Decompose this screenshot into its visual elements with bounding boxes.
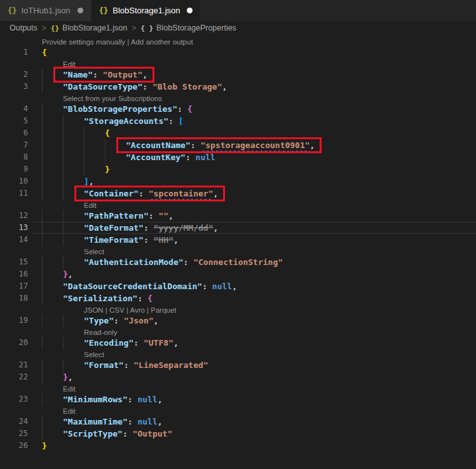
code-line-content[interactable]: "MaximumTime": null,: [33, 416, 476, 428]
indent-guide: [63, 151, 84, 163]
code-line-22: 22},: [0, 371, 476, 383]
editor-lines[interactable]: Provide settings manually | Add another …: [0, 35, 476, 452]
code-line-content[interactable]: "DataSourceType": "Blob Storage",: [33, 81, 476, 93]
token: "Serialization": [63, 294, 137, 303]
token: "HH": [154, 235, 173, 245]
token: :: [128, 395, 138, 404]
codelens-link[interactable]: Select: [84, 248, 104, 255]
codelens-row: JSON | CSV | Avro | Parquet: [0, 304, 476, 315]
breadcrumb-item-symbol[interactable]: { } BlobStorageProperties: [140, 24, 236, 32]
tab-blobstorage1-json[interactable]: {} BlobStorage1.json: [92, 0, 201, 21]
token: :: [202, 282, 212, 291]
codelens-link[interactable]: Select from your Subscriptions: [63, 95, 162, 102]
code-line-content[interactable]: "Format": "LineSeparated": [33, 359, 476, 371]
codelens-link[interactable]: Edit: [84, 201, 97, 209]
token: "Encoding": [84, 338, 133, 348]
code-line-content[interactable]: {: [33, 127, 476, 139]
gutter-spacer: [0, 383, 33, 393]
code-line-content[interactable]: "AccountKey": null: [33, 151, 476, 163]
breadcrumb-item-file[interactable]: {} BlobStorage1.json: [51, 24, 127, 32]
codelens-link[interactable]: Edit: [63, 385, 76, 393]
code-line-content[interactable]: "DataSourceCredentialDomain": null,: [33, 280, 476, 292]
gutter-spacer: [0, 246, 33, 256]
line-number: 16: [0, 268, 33, 280]
codelens-link[interactable]: Provide settings manually | Add another …: [42, 38, 193, 46]
code-line-content[interactable]: "ScriptType": "Output": [33, 428, 476, 440]
code-line-content[interactable]: ],: [33, 175, 476, 187]
token: "BlobStorageProperties": [63, 104, 177, 114]
indent-guide: [42, 210, 63, 222]
code-line-1: 1{: [0, 46, 476, 58]
indent-guide: [63, 256, 84, 268]
code-line-content[interactable]: "StorageAccounts": [: [33, 115, 476, 127]
token: "": [158, 211, 168, 221]
codelens-content: JSON | CSV | Avro | Parquet: [33, 304, 476, 315]
codelens-link[interactable]: Read-only: [84, 329, 117, 336]
codelens-row: Select: [0, 349, 476, 359]
token: ,: [68, 269, 73, 279]
token: ,: [173, 338, 179, 348]
token: ,: [158, 417, 163, 426]
red-highlight-box: "AccountName": "spstorageaccount0901",: [118, 139, 320, 151]
token: :: [144, 223, 154, 233]
code-line-content[interactable]: "Type": "Json",: [33, 315, 476, 327]
tab-iothub1-json[interactable]: {} IoTHub1.json: [0, 0, 92, 21]
token: ]: [84, 177, 89, 186]
codelens-row: Edit: [0, 383, 476, 393]
line-number: 6: [0, 127, 33, 139]
code-line-content[interactable]: {: [33, 46, 476, 58]
code-line-content[interactable]: "BlobStorageProperties": {: [33, 103, 476, 115]
code-line-24: 24"MaximumTime": null,: [0, 416, 476, 428]
modified-dot-icon[interactable]: [78, 8, 83, 13]
code-line-content[interactable]: "Name": "Output",: [33, 69, 476, 81]
codelens-content: Edit: [33, 200, 476, 210]
codelens-link[interactable]: Edit: [63, 60, 76, 68]
indent-guide: [63, 337, 84, 349]
code-line-content[interactable]: "TimeFormat": "HH",: [33, 234, 476, 246]
indent-guide: [63, 127, 84, 139]
token: {: [187, 104, 193, 114]
token: null: [137, 395, 157, 404]
gutter-spacer: [0, 327, 33, 337]
indent-guide: [63, 222, 84, 234]
indent-guide: [63, 315, 84, 327]
code-line-content[interactable]: "PathPattern": "",: [33, 210, 476, 222]
code-line-content[interactable]: },: [33, 371, 476, 383]
token: :: [124, 360, 134, 370]
token: "ScriptType": [63, 429, 123, 438]
line-number: 18: [0, 292, 33, 304]
code-line-10: 10],: [0, 175, 476, 187]
code-line-content[interactable]: "DateFormat": "yyyy/MM/dd",: [33, 222, 476, 234]
code-line-content[interactable]: "AuthenticationMode": "ConnectionString": [33, 256, 476, 268]
code-line-content[interactable]: "Encoding": "UTF8",: [33, 337, 476, 349]
token: :: [93, 70, 103, 79]
gutter-spacer: [0, 304, 33, 315]
token: ,: [173, 235, 179, 245]
token: "UTF8": [144, 338, 173, 348]
code-line-content[interactable]: }: [33, 163, 476, 175]
token: :: [114, 316, 124, 325]
codelens-link[interactable]: JSON | CSV | Avro | Parquet: [84, 306, 177, 314]
codelens-link[interactable]: Edit: [63, 407, 76, 415]
codelens-row: Edit: [0, 200, 476, 210]
indent-guide: [63, 210, 84, 222]
gutter-spacer: [0, 36, 33, 46]
indent-guide: [42, 416, 63, 428]
token: ,: [89, 177, 94, 186]
codelens-link[interactable]: Select: [84, 351, 104, 358]
indent-guide: [42, 371, 63, 383]
code-line-content[interactable]: }: [33, 440, 476, 452]
gutter-spacer: [0, 349, 33, 359]
code-line-content[interactable]: "AccountName": "spstorageaccount0901",: [33, 139, 476, 151]
breadcrumb-item-outputs[interactable]: Outputs: [10, 24, 37, 32]
indent-guide: [42, 359, 63, 371]
code-line-content[interactable]: "Container": "spcontainer",: [33, 187, 476, 200]
code-line-content[interactable]: "MinimumRows": null,: [33, 393, 476, 405]
modified-dot-icon[interactable]: [187, 8, 193, 13]
code-line-content[interactable]: },: [33, 268, 476, 280]
token: ,: [222, 82, 227, 92]
token: :: [144, 235, 154, 245]
code-line-12: 12"PathPattern": "",: [0, 210, 476, 222]
code-line-content[interactable]: "Serialization": {: [33, 292, 476, 304]
editor-window: {} IoTHub1.json {} BlobStorage1.json Out…: [0, 0, 476, 452]
